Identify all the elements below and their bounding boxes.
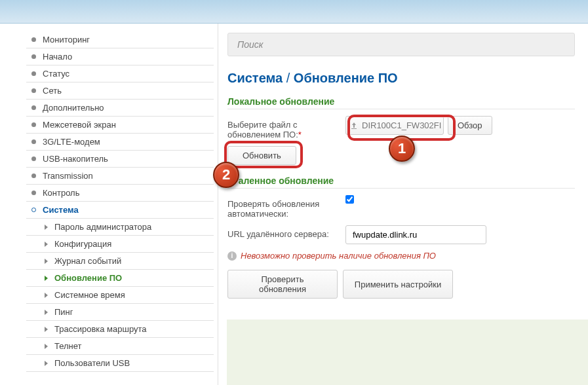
sidebar-item-status[interactable]: Статус <box>26 65 214 82</box>
search-placeholder: Поиск <box>237 39 263 50</box>
auto-check-label: Проверять обновления автоматически: <box>227 195 345 219</box>
chevron-right-icon <box>45 293 48 298</box>
sidebar-subitem-label: Трассировка маршрута <box>54 324 147 334</box>
chevron-right-icon <box>45 310 48 315</box>
callout-badge-1: 1 <box>389 136 415 162</box>
remote-url-label: URL удалённого сервера: <box>227 225 345 239</box>
browse-button[interactable]: Обзор <box>448 116 492 135</box>
circle-icon <box>31 208 36 212</box>
sidebar-subitem-admin-password[interactable]: Пароль администратора <box>26 219 214 236</box>
section-local-update-title: Локальное обновление <box>227 96 575 109</box>
sidebar-item-label: USB-накопитель <box>43 154 108 164</box>
sidebar-item-label: Контроль <box>43 188 79 198</box>
sidebar-item-transmission[interactable]: Transmission <box>26 168 214 185</box>
breadcrumb: Система / Обновление ПО <box>227 71 575 86</box>
bottom-shade <box>227 320 588 385</box>
check-updates-button[interactable]: Проверить обновления <box>227 270 338 299</box>
bullet-icon <box>31 174 36 178</box>
file-name-display[interactable]: DIR100C1_FW302FI <box>345 116 444 135</box>
bullet-icon <box>31 122 36 127</box>
sidebar-item-control[interactable]: Контроль <box>26 185 214 202</box>
bullet-icon <box>31 191 36 195</box>
apply-settings-button[interactable]: Применить настройки <box>343 270 453 299</box>
sidebar-subitem-label: Телнет <box>54 341 82 351</box>
chevron-right-icon <box>45 242 48 247</box>
sidebar-item-label: Межсетевой экран <box>43 120 116 130</box>
sidebar-item-advanced[interactable]: Дополнительно <box>26 100 214 117</box>
bullet-icon <box>31 105 36 110</box>
sidebar-item-3glte[interactable]: 3G/LTE-модем <box>26 134 214 151</box>
sidebar-item-label: Начало <box>43 52 72 62</box>
update-button[interactable]: Обновить <box>227 146 296 165</box>
sidebar-subitem-usb-users[interactable]: Пользователи USB <box>26 355 214 372</box>
sidebar: Мониторинг Начало Статус Сеть Дополнител… <box>0 24 218 385</box>
top-band <box>0 0 588 24</box>
breadcrumb-current: Обновление ПО <box>294 71 398 85</box>
sidebar-item-label: Мониторинг <box>43 35 90 45</box>
sidebar-item-label: 3G/LTE-модем <box>43 137 100 147</box>
sidebar-subitem-event-log[interactable]: Журнал событий <box>26 253 214 270</box>
sidebar-subitem-label: Системное время <box>54 290 125 300</box>
sidebar-item-system[interactable]: Система <box>26 202 214 219</box>
bullet-icon <box>31 88 36 93</box>
sidebar-item-label: Transmission <box>43 171 93 181</box>
chevron-right-icon <box>45 259 48 264</box>
sidebar-subitem-label: Пинг <box>54 307 73 317</box>
sidebar-subitem-label: Обновление ПО <box>54 273 122 283</box>
sidebar-item-firewall[interactable]: Межсетевой экран <box>26 117 214 134</box>
sidebar-subitem-label: Конфигурация <box>54 239 111 249</box>
auto-check-checkbox[interactable] <box>345 195 354 204</box>
info-icon: i <box>227 251 237 261</box>
bullet-icon <box>31 71 36 76</box>
error-message: i Невозможно проверить наличие обновлени… <box>227 251 575 261</box>
search-input[interactable]: Поиск <box>227 33 575 56</box>
sidebar-subitem-telnet[interactable]: Телнет <box>26 338 214 355</box>
sidebar-item-start[interactable]: Начало <box>26 48 214 65</box>
sidebar-item-label: Статус <box>43 69 69 79</box>
sidebar-subitem-firmware-update[interactable]: Обновление ПО <box>26 270 214 287</box>
sidebar-subitem-system-time[interactable]: Системное время <box>26 287 214 304</box>
sidebar-subitem-label: Пользователи USB <box>54 358 130 368</box>
sidebar-item-label: Сеть <box>43 86 62 96</box>
bullet-icon <box>31 139 36 144</box>
bullet-icon <box>31 54 36 59</box>
chevron-right-icon <box>45 344 48 349</box>
file-name-text: DIR100C1_FW302FI <box>362 120 441 130</box>
remote-url-input[interactable] <box>345 225 486 244</box>
sidebar-subitem-traceroute[interactable]: Трассировка маршрута <box>26 321 214 338</box>
sidebar-item-network[interactable]: Сеть <box>26 82 214 100</box>
breadcrumb-parent: Система <box>227 71 283 85</box>
sidebar-item-label: Дополнительно <box>43 103 104 113</box>
sidebar-subitem-configuration[interactable]: Конфигурация <box>26 236 214 253</box>
upload-icon <box>350 122 358 130</box>
bullet-icon <box>31 156 36 161</box>
sidebar-subitem-ping[interactable]: Пинг <box>26 304 214 321</box>
sidebar-subitem-label: Пароль администратора <box>54 222 151 232</box>
chevron-right-icon <box>45 327 48 332</box>
chevron-right-icon <box>45 225 48 230</box>
chevron-right-icon <box>45 361 48 366</box>
section-remote-update-title: Удаленное обновление <box>227 175 575 189</box>
bullet-icon <box>31 37 36 42</box>
callout-badge-2: 2 <box>213 162 239 188</box>
sidebar-item-label: Система <box>43 205 79 215</box>
file-select-label: Выберите файл с обновлением ПО:* <box>227 116 345 139</box>
sidebar-subitem-label: Журнал событий <box>54 256 121 266</box>
sidebar-item-monitoring[interactable]: Мониторинг <box>26 31 214 48</box>
chevron-right-icon <box>45 276 48 281</box>
sidebar-item-usb[interactable]: USB-накопитель <box>26 151 214 168</box>
